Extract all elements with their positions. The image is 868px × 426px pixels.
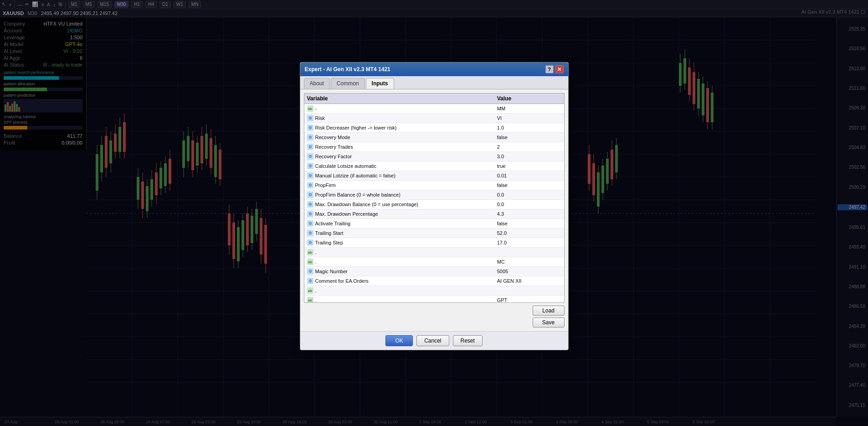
table-cell-variable: ⚙Max. Drawdown Percentage xyxy=(304,209,494,218)
load-button[interactable]: Load xyxy=(533,306,565,316)
table-row[interactable]: ab.GPT xyxy=(304,296,564,303)
variable-name: . xyxy=(315,249,317,255)
table-header-row: Variable Value xyxy=(304,94,564,104)
bi-icon: ⚙ xyxy=(307,172,313,179)
table-cell-value: MC xyxy=(494,257,564,267)
table-cell-variable: ⚙Manual Lotzize (if automatic = false) xyxy=(304,171,494,180)
bi-icon: ⚙ xyxy=(307,115,313,121)
table-row[interactable]: ⚙Magic Number5005 xyxy=(304,267,564,276)
cancel-button[interactable]: Cancel xyxy=(416,335,449,346)
table-cell-value: 0.0 xyxy=(494,200,564,209)
variable-name: PropFirm xyxy=(315,182,336,188)
table-row[interactable]: ab-MM xyxy=(304,104,564,114)
save-button[interactable]: Save xyxy=(533,317,565,327)
bi-icon: ⚙ xyxy=(307,239,313,246)
variable-name: Recovery Trades xyxy=(315,144,353,150)
table-row[interactable]: ab.MC xyxy=(304,257,564,267)
table-row[interactable]: ⚙Max. Drawdown Balance (0 = use percenta… xyxy=(304,200,564,209)
ab-icon: ab xyxy=(307,287,313,294)
table-cell-value: 2 xyxy=(494,142,564,152)
table-row[interactable]: ⚙Calculate Lotsize automatictrue xyxy=(304,161,564,171)
ab-icon: ab xyxy=(307,297,313,303)
variable-name: - xyxy=(315,106,317,111)
table-cell-value: 1.0 xyxy=(494,123,564,133)
close-button[interactable]: ✕ xyxy=(555,65,564,73)
table-row[interactable]: ⚙Max. Drawdown Percentage4.3 xyxy=(304,209,564,219)
dialog-titlebar: Expert - AI Gen XII v2.3 MT4 1421 ? ✕ xyxy=(300,62,568,76)
table-row[interactable]: ⚙Trailing Step17.0 xyxy=(304,238,564,248)
variable-name: Trailing Start xyxy=(315,230,344,236)
variable-name: Calculate Lotsize automatic xyxy=(315,163,377,169)
table-cell-variable: ⚙Recovery Trades xyxy=(304,142,494,151)
table-row[interactable]: ⚙Activate Trailingfalse xyxy=(304,219,564,229)
params-table: Variable Value ab-MM⚙RiskVI⚙Risk Decreas… xyxy=(304,94,564,303)
table-cell-variable: ⚙Max. Drawdown Balance (0 = use percenta… xyxy=(304,200,494,209)
table-cell-value: 52.0 xyxy=(494,229,564,238)
table-cell-value: GPT xyxy=(494,296,564,303)
params-table-container[interactable]: Variable Value ab-MM⚙RiskVI⚙Risk Decreas… xyxy=(304,93,565,303)
table-row[interactable]: ⚙PropFirmfalse xyxy=(304,181,564,190)
titlebar-buttons: ? ✕ xyxy=(545,65,564,73)
bi-icon: ⚙ xyxy=(307,278,313,284)
table-row[interactable]: ⚙RiskVI xyxy=(304,114,564,123)
table-cell-value: true xyxy=(494,161,564,171)
table-row[interactable]: ⚙PropFirm Balance (0 = whole balance)0.0 xyxy=(304,190,564,200)
variable-name: PropFirm Balance (0 = whole balance) xyxy=(315,192,401,197)
tab-common[interactable]: Common xyxy=(331,78,365,89)
table-row[interactable]: ⚙Risk Decreaser (higher -> lower risk)1.… xyxy=(304,123,564,133)
table-cell-value: AI GEN XII xyxy=(494,276,564,286)
variable-name: Magic Number xyxy=(315,269,348,274)
bi-icon: ⚙ xyxy=(307,230,313,236)
tab-about[interactable]: About xyxy=(304,78,330,89)
variable-name: Risk xyxy=(315,115,325,121)
dialog-content: Variable Value ab-MM⚙RiskVI⚙Risk Decreas… xyxy=(300,89,568,331)
variable-name: . xyxy=(315,259,317,265)
variable-name: Max. Drawdown Percentage xyxy=(315,211,378,217)
variable-name: Trailing Step xyxy=(315,240,343,245)
ab-icon: ab xyxy=(307,105,313,112)
table-row[interactable]: ⚙Comment for EA OrdersAI GEN XII xyxy=(304,276,564,286)
table-cell-variable: ⚙Trailing Step xyxy=(304,238,494,247)
col-variable: Variable xyxy=(304,94,494,104)
table-row[interactable]: ab. xyxy=(304,248,564,257)
bi-icon: ⚙ xyxy=(307,144,313,150)
table-cell-value: VI xyxy=(494,114,564,123)
bi-icon: ⚙ xyxy=(307,211,313,217)
table-row[interactable]: ⚙Recovery Modefalse xyxy=(304,133,564,142)
table-cell-variable: ⚙Comment for EA Orders xyxy=(304,276,494,286)
table-cell-value: false xyxy=(494,133,564,142)
table-row[interactable]: ab. xyxy=(304,286,564,296)
bi-icon: ⚙ xyxy=(307,134,313,140)
bi-icon: ⚙ xyxy=(307,201,313,208)
dialog-title: Expert - AI Gen XII v2.3 MT4 1421 xyxy=(305,66,390,73)
table-cell-variable: ab- xyxy=(304,104,494,113)
bi-icon: ⚙ xyxy=(307,220,313,227)
ab-icon: ab xyxy=(307,249,313,255)
dialog-tabs: About Common Inputs xyxy=(300,76,568,89)
tab-inputs[interactable]: Inputs xyxy=(366,78,394,89)
table-cell-variable: ⚙Recovery Mode xyxy=(304,133,494,142)
table-cell-variable: ⚙Calculate Lotsize automatic xyxy=(304,161,494,171)
bi-icon: ⚙ xyxy=(307,163,313,169)
reset-button[interactable]: Reset xyxy=(453,335,483,346)
table-row[interactable]: ⚙Recovery Factor3.0 xyxy=(304,152,564,161)
help-button[interactable]: ? xyxy=(545,65,554,73)
variable-name: Comment for EA Orders xyxy=(315,278,369,284)
dialog-footer: OK Cancel Reset xyxy=(300,331,568,350)
bi-icon: ⚙ xyxy=(307,268,313,275)
table-cell-variable: ⚙Trailing Start xyxy=(304,229,494,238)
table-cell-variable: ⚙PropFirm Balance (0 = whole balance) xyxy=(304,190,494,199)
table-row[interactable]: ⚙Manual Lotzize (if automatic = false)0.… xyxy=(304,171,564,181)
variable-name: Manual Lotzize (if automatic = false) xyxy=(315,173,395,178)
bi-icon: ⚙ xyxy=(307,182,313,188)
variable-name: . xyxy=(315,288,317,293)
table-cell-value: 0.0 xyxy=(494,190,564,200)
table-row[interactable]: ⚙Recovery Trades2 xyxy=(304,142,564,152)
table-cell-value: 17.0 xyxy=(494,238,564,248)
table-row[interactable]: ⚙Trailing Start52.0 xyxy=(304,229,564,238)
ok-button[interactable]: OK xyxy=(385,335,413,346)
table-cell-value: false xyxy=(494,219,564,229)
table-cell-variable: ⚙PropFirm xyxy=(304,181,494,190)
table-cell-value xyxy=(494,286,564,296)
table-cell-value: 0.01 xyxy=(494,171,564,181)
